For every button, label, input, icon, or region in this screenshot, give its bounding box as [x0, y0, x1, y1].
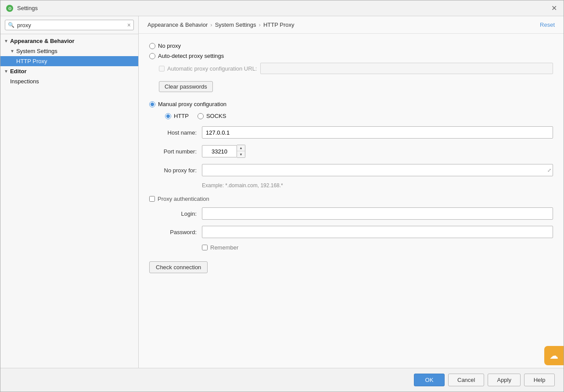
sidebar-item-label: Editor [10, 68, 27, 75]
expand-arrow-icon: ▼ [4, 69, 8, 74]
panel-header: Appearance & Behavior › System Settings … [139, 16, 564, 34]
host-name-input[interactable] [202, 126, 553, 139]
proxy-auth-checkbox-label[interactable]: Proxy authentication [149, 196, 209, 202]
http-label-text: HTTP [174, 113, 189, 119]
auto-config-row: Automatic proxy configuration URL: [159, 63, 553, 74]
breadcrumb-sep-2: › [259, 21, 261, 28]
title-bar: ⚙ Settings ✕ [0, 0, 564, 16]
no-proxy-label-text: No proxy [158, 43, 181, 49]
breadcrumb: Appearance & Behavior › System Settings … [147, 21, 295, 28]
expand-icon[interactable]: ⤢ [547, 167, 551, 173]
sidebar-item-system-settings[interactable]: ▼ System Settings [0, 46, 138, 56]
ok-button[interactable]: OK [414, 374, 445, 386]
http-radio-label[interactable]: HTTP [165, 113, 189, 119]
password-row: Password: [149, 226, 553, 238]
sidebar-item-appearance-behavior[interactable]: ▼ Appearance & Behavior [0, 36, 138, 46]
no-proxy-for-label: No proxy for: [149, 167, 202, 174]
sidebar-item-editor[interactable]: ▼ Editor [0, 66, 138, 76]
check-connection-button[interactable]: Check connection [149, 261, 208, 273]
right-panel: Appearance & Behavior › System Settings … [139, 16, 564, 368]
main-content: 🔍 × ▼ Appearance & Behavior ▼ System Set… [0, 16, 564, 368]
apply-button[interactable]: Apply [488, 374, 521, 386]
auto-config-label-text: Automatic proxy configuration URL: [167, 65, 257, 72]
host-name-row: Host name: [149, 126, 553, 139]
auto-detect-radio-label[interactable]: Auto-detect proxy settings [149, 53, 224, 59]
proxy-auth-section: Proxy authentication Login: Pa [149, 196, 553, 251]
no-proxy-radio-label[interactable]: No proxy [149, 43, 181, 49]
auto-config-checkbox[interactable] [159, 66, 165, 71]
port-number-label: Port number: [149, 148, 202, 155]
port-input[interactable] [202, 145, 237, 157]
auto-detect-radio[interactable] [149, 53, 155, 59]
manual-proxy-header: Manual proxy configuration [149, 101, 553, 107]
manual-proxy-radio[interactable] [149, 101, 155, 107]
reset-button[interactable]: Reset [540, 21, 555, 28]
login-control [202, 207, 553, 220]
sidebar-tree: ▼ Appearance & Behavior ▼ System Setting… [0, 34, 138, 368]
proxy-auth-checkbox[interactable] [149, 196, 155, 202]
sidebar-item-http-proxy[interactable]: HTTP Proxy [0, 56, 138, 66]
manual-proxy-radio-label[interactable]: Manual proxy configuration [149, 101, 226, 107]
port-number-control: ▲ ▼ [202, 145, 553, 158]
protocol-row: HTTP SOCKS [165, 113, 553, 119]
clear-passwords-container: Clear passwords [149, 81, 553, 99]
http-radio[interactable] [165, 113, 171, 119]
password-input[interactable] [202, 226, 553, 238]
no-proxy-radio[interactable] [149, 43, 155, 49]
help-button[interactable]: Help [524, 374, 555, 386]
no-proxy-group: No proxy [149, 43, 553, 49]
no-proxy-for-row: No proxy for: ⤢ [149, 164, 553, 176]
app-icon: ⚙ [6, 4, 14, 12]
sidebar: 🔍 × ▼ Appearance & Behavior ▼ System Set… [0, 16, 139, 368]
port-wrap: ▲ ▼ [202, 145, 553, 158]
port-up-button[interactable]: ▲ [237, 145, 245, 151]
title-bar-left: ⚙ Settings [6, 4, 38, 12]
login-row: Login: [149, 207, 553, 220]
proxy-auth-label-text: Proxy authentication [158, 196, 209, 202]
clear-passwords-button[interactable]: Clear passwords [159, 81, 213, 92]
sidebar-item-inspections[interactable]: Inspections [0, 76, 138, 86]
sidebar-item-label: HTTP Proxy [16, 58, 47, 64]
search-input-wrap: 🔍 × [5, 20, 134, 30]
password-control [202, 226, 553, 238]
cloud-widget[interactable]: ☁ [544, 346, 564, 365]
auto-config-url-input[interactable] [260, 63, 553, 74]
cancel-button[interactable]: Cancel [448, 374, 484, 386]
login-input[interactable] [202, 207, 553, 220]
port-down-button[interactable]: ▼ [237, 151, 245, 157]
sidebar-item-label: System Settings [16, 48, 57, 54]
panel-body: No proxy Auto-detect proxy settings Auto… [139, 34, 564, 368]
no-proxy-for-input[interactable] [202, 164, 553, 176]
proxy-auth-row: Proxy authentication [149, 196, 553, 202]
breadcrumb-part-3: HTTP Proxy [263, 21, 295, 28]
settings-window: ⚙ Settings ✕ 🔍 × ▼ Appearance & Behavior [0, 0, 564, 392]
search-input[interactable] [17, 22, 125, 29]
sidebar-item-label: Appearance & Behavior [10, 38, 75, 44]
manual-proxy-label-text: Manual proxy configuration [158, 101, 226, 107]
svg-text:⚙: ⚙ [8, 6, 12, 11]
socks-radio-label[interactable]: SOCKS [198, 113, 226, 119]
remember-row: Remember [202, 244, 553, 251]
search-icon: 🔍 [8, 22, 14, 28]
no-proxy-for-control: ⤢ [202, 164, 553, 176]
breadcrumb-part-1: Appearance & Behavior [147, 21, 208, 28]
host-name-label: Host name: [149, 129, 202, 136]
manual-proxy-section: Manual proxy configuration HTTP SOCKS [149, 101, 553, 273]
search-clear-button[interactable]: × [127, 21, 131, 29]
close-button[interactable]: ✕ [550, 4, 558, 13]
breadcrumb-sep-1: › [210, 21, 212, 28]
socks-label-text: SOCKS [206, 113, 226, 119]
auto-detect-group: Auto-detect proxy settings [149, 53, 553, 59]
cloud-icon: ☁ [550, 350, 558, 361]
example-text: Example: *.domain.com, 192.168.* [202, 182, 553, 189]
socks-radio[interactable] [198, 113, 204, 119]
remember-label-text: Remember [210, 244, 238, 251]
auto-detect-label-text: Auto-detect proxy settings [158, 53, 224, 59]
window-title: Settings [17, 5, 38, 11]
port-number-row: Port number: ▲ ▼ [149, 145, 553, 158]
no-proxy-wrap: ⤢ [202, 164, 553, 176]
remember-checkbox[interactable] [202, 245, 208, 250]
auto-config-checkbox-label[interactable]: Automatic proxy configuration URL: [159, 65, 257, 72]
bottom-bar: OK Cancel Apply Help [0, 368, 564, 392]
login-label: Login: [149, 210, 202, 217]
